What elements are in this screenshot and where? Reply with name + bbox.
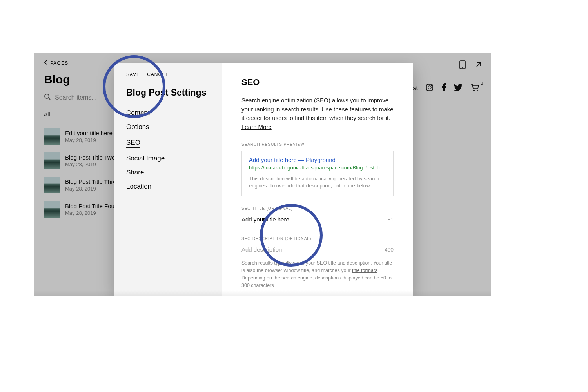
seo-title-field: SEO TITLE (OPTIONAL) 81: [241, 206, 394, 226]
preview-url: https://tuatara-begonia-lbzr.squarespace…: [249, 165, 386, 171]
title-formats-link[interactable]: title formats: [352, 268, 377, 273]
seo-title-counter: 81: [387, 216, 394, 223]
seo-heading: SEO: [241, 77, 394, 87]
preview-title: Add your title here — Playground: [249, 156, 386, 163]
modal-title: Blog Post Settings: [126, 87, 210, 98]
nav-location[interactable]: Location: [126, 183, 151, 191]
seo-desc-counter: 400: [385, 247, 394, 253]
seo-description-input[interactable]: [241, 246, 385, 253]
seo-title-input[interactable]: [241, 216, 387, 223]
nav-social-image[interactable]: Social Image: [126, 154, 165, 162]
blog-post-settings-modal: SAVE CANCEL Blog Post Settings Content O…: [114, 63, 413, 296]
app-window: PAGES Blog All Edit your title here May …: [34, 53, 491, 296]
cancel-button[interactable]: CANCEL: [147, 72, 169, 77]
learn-more-link[interactable]: Learn More: [241, 123, 272, 130]
nav-options[interactable]: Options: [126, 123, 149, 132]
seo-description-field: SEO DESCRIPTION (OPTIONAL) 400 Search re…: [241, 236, 394, 289]
modal-nav: Content Options SEO Social Image Share L…: [126, 109, 210, 191]
search-results-preview: Add your title here — Playground https:/…: [241, 151, 394, 196]
nav-seo[interactable]: SEO: [126, 139, 140, 148]
seo-desc-label: SEO DESCRIPTION (OPTIONAL): [241, 236, 394, 241]
seo-helper-text: Search results typically show your SEO t…: [241, 260, 394, 289]
preview-label: SEARCH RESULTS PREVIEW: [241, 142, 394, 147]
modal-main: SEO Search engine optimization (SEO) all…: [222, 63, 413, 296]
nav-share[interactable]: Share: [126, 169, 144, 176]
preview-description: This description will be automatically g…: [249, 175, 386, 189]
seo-intro: Search engine optimization (SEO) allows …: [241, 96, 394, 131]
save-button[interactable]: SAVE: [126, 72, 140, 77]
modal-sidebar: SAVE CANCEL Blog Post Settings Content O…: [114, 63, 222, 296]
nav-content[interactable]: Content: [126, 109, 150, 117]
seo-title-label: SEO TITLE (OPTIONAL): [241, 206, 394, 211]
